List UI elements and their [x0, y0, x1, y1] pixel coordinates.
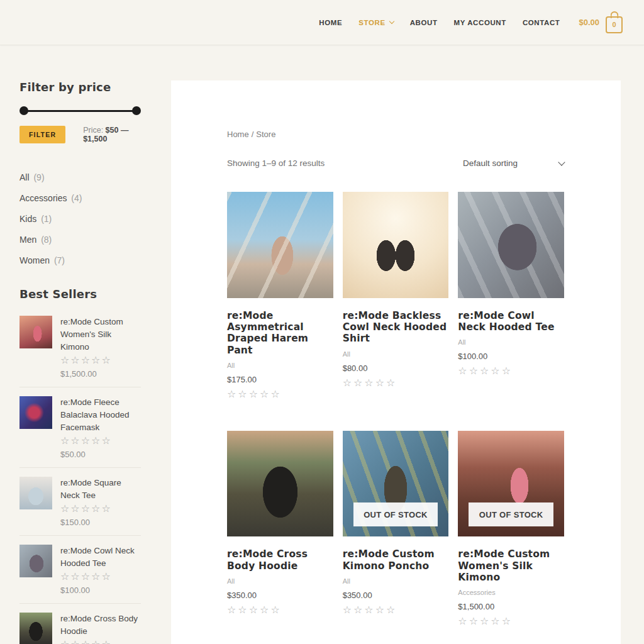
product-title[interactable]: re:Mode Custom Kimono Poncho [343, 548, 449, 572]
product-rating-stars: ☆☆☆☆☆ [343, 605, 449, 615]
best-seller-item[interactable]: re:Mode Custom Women's Silk Kimono ☆☆☆☆☆… [19, 307, 141, 387]
breadcrumb-current: Store [256, 130, 275, 139]
product-card: re:Mode Cross Body Hoodie All $350.00 ☆☆… [227, 431, 333, 627]
top-navigation-bar: HOME STORE ABOUT MY ACCOUNT CONTACT $0.0… [0, 0, 644, 45]
cart[interactable]: $0.00 0 [579, 12, 623, 33]
product-price: $50.00 [60, 450, 141, 459]
product-title[interactable]: re:Mode Custom Women's Silk Kimono [458, 548, 564, 583]
category-count: (9) [33, 172, 44, 182]
cart-count: 0 [612, 21, 616, 28]
best-seller-item[interactable]: re:Mode Cowl Neck Hooded Tee ☆☆☆☆☆ $100.… [19, 536, 141, 604]
best-sellers-heading: Best Sellers [19, 287, 141, 301]
sidebar-item-women[interactable]: Women (7) [19, 255, 141, 265]
product-title[interactable]: re:Mode Square Neck Tee [60, 477, 141, 502]
product-title[interactable]: re:Mode Asymmetrical Draped Harem Pant [227, 310, 333, 356]
product-title[interactable]: re:Mode Cowl Neck Hooded Tee [458, 310, 564, 333]
filter-row: FILTER Price: $50 — $1,500 [19, 126, 141, 143]
chevron-down-icon [558, 158, 565, 165]
best-sellers-list: re:Mode Custom Women's Silk Kimono ☆☆☆☆☆… [19, 307, 141, 644]
product-price: $100.00 [60, 586, 141, 595]
product-category: All [227, 577, 333, 585]
nav-about[interactable]: ABOUT [410, 19, 438, 26]
product-rating-stars: ☆☆☆☆☆ [60, 355, 141, 365]
breadcrumb-separator: / [252, 130, 254, 139]
price-slider-track[interactable] [22, 110, 138, 112]
chevron-down-icon [389, 19, 394, 24]
product-thumbnail[interactable] [19, 396, 52, 429]
product-title[interactable]: re:Mode Cowl Neck Hooded Tee [60, 545, 141, 570]
product-thumbnail[interactable] [19, 477, 52, 509]
product-price: $1,500.00 [60, 369, 141, 379]
product-rating-stars: ☆☆☆☆☆ [60, 504, 141, 514]
sidebar-item-all[interactable]: All (9) [19, 172, 141, 182]
sidebar-item-kids[interactable]: Kids (1) [19, 214, 141, 224]
category-count: (8) [41, 235, 52, 245]
product-card: OUT OF STOCK re:Mode Custom Women's Silk… [458, 431, 564, 627]
product-image[interactable]: OUT OF STOCK [458, 431, 564, 537]
product-category: Accessories [458, 589, 564, 596]
product-title[interactable]: re:Mode Custom Women's Silk Kimono [60, 316, 141, 353]
best-seller-info: re:Mode Fleece Balaclava Hooded Facemask… [60, 396, 141, 459]
product-rating-stars: ☆☆☆☆☆ [343, 378, 449, 388]
product-image[interactable] [458, 192, 564, 298]
category-label[interactable]: Kids [19, 214, 36, 224]
price-slider-handle-max[interactable] [132, 106, 141, 115]
best-seller-info: re:Mode Square Neck Tee ☆☆☆☆☆ $150.00 [60, 477, 141, 527]
price-slider-handle-min[interactable] [19, 106, 28, 115]
product-category: All [343, 577, 449, 585]
results-count-text: Showing 1–9 of 12 results [227, 158, 325, 168]
category-count: (1) [41, 214, 52, 224]
nav-my-account[interactable]: MY ACCOUNT [454, 19, 506, 26]
price-slider[interactable] [19, 106, 141, 115]
best-seller-item[interactable]: re:Mode Cross Body Hoodie ☆☆☆☆☆ $350.00 [19, 604, 141, 644]
category-label[interactable]: Women [19, 255, 50, 265]
product-title[interactable]: re:Mode Backless Cowl Neck Hooded Shirt [343, 310, 449, 345]
price-range-label: Price: [83, 126, 103, 135]
product-title[interactable]: re:Mode Cross Body Hoodie [227, 548, 333, 572]
best-seller-info: re:Mode Custom Women's Silk Kimono ☆☆☆☆☆… [60, 316, 141, 379]
product-card: re:Mode Cowl Neck Hooded Tee All $100.00… [458, 192, 564, 399]
sidebar-item-accessories[interactable]: Accessories (4) [19, 193, 141, 203]
filter-button[interactable]: FILTER [19, 126, 65, 143]
product-card: re:Mode Backless Cowl Neck Hooded Shirt … [343, 192, 449, 399]
cart-bag-icon[interactable]: 0 [606, 16, 623, 33]
product-rating-stars: ☆☆☆☆☆ [60, 640, 141, 644]
category-label[interactable]: Men [19, 235, 36, 245]
best-seller-item[interactable]: re:Mode Fleece Balaclava Hooded Facemask… [19, 387, 141, 468]
category-count: (7) [54, 255, 65, 265]
product-rating-stars: ☆☆☆☆☆ [227, 605, 333, 615]
best-seller-info: re:Mode Cross Body Hoodie ☆☆☆☆☆ $350.00 [60, 613, 141, 644]
nav-home[interactable]: HOME [319, 19, 342, 26]
best-seller-item[interactable]: re:Mode Square Neck Tee ☆☆☆☆☆ $150.00 [19, 468, 141, 536]
cart-total[interactable]: $0.00 [579, 18, 599, 27]
nav-contact[interactable]: CONTACT [523, 19, 560, 26]
product-price: $350.00 [227, 591, 333, 600]
product-category: All [227, 362, 333, 369]
product-image[interactable] [343, 192, 449, 298]
product-image[interactable] [227, 431, 333, 537]
product-rating-stars: ☆☆☆☆☆ [60, 436, 141, 446]
price-range-text: Price: $50 — $1,500 [83, 126, 141, 143]
product-rating-stars: ☆☆☆☆☆ [227, 389, 333, 399]
product-card: re:Mode Asymmetrical Draped Harem Pant A… [227, 192, 333, 399]
product-image[interactable] [227, 192, 333, 298]
product-title[interactable]: re:Mode Fleece Balaclava Hooded Facemask [60, 396, 141, 434]
product-thumbnail[interactable] [19, 613, 52, 644]
breadcrumb-home-link[interactable]: Home [227, 130, 249, 139]
cart-bag-handle [610, 11, 618, 18]
category-count: (4) [71, 193, 82, 203]
product-category: All [343, 350, 449, 358]
product-price: $150.00 [60, 518, 141, 527]
product-thumbnail[interactable] [19, 316, 52, 348]
product-title[interactable]: re:Mode Cross Body Hoodie [60, 613, 141, 638]
nav-store-label: STORE [358, 19, 385, 26]
product-thumbnail[interactable] [19, 545, 52, 577]
sort-selected-value: Default sorting [463, 158, 518, 168]
sort-dropdown[interactable]: Default sorting [463, 158, 564, 168]
category-label[interactable]: All [19, 172, 30, 182]
sidebar-item-men[interactable]: Men (8) [19, 235, 141, 245]
product-price: $100.00 [458, 352, 564, 361]
nav-store[interactable]: STORE [358, 19, 393, 26]
category-label[interactable]: Accessories [19, 193, 67, 203]
product-image[interactable]: OUT OF STOCK [343, 431, 449, 537]
